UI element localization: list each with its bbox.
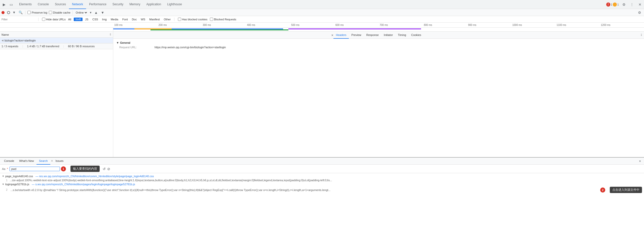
filter-all[interactable]: All — [67, 18, 73, 21]
disable-cache-label[interactable]: Disable cache — [49, 11, 70, 14]
tab-response[interactable]: Response — [364, 32, 381, 39]
summary-bar: 1 / 3 requests | 1.4 kB / 1.7 kB transfe… — [0, 43, 113, 49]
toolbar-sep-1 — [25, 11, 25, 15]
filter-css[interactable]: CSS — [91, 18, 100, 21]
tl-1200: 1200 ms — [600, 24, 644, 26]
inspect-icon[interactable]: ▶ — [1, 2, 7, 8]
request-row[interactable]: ◀ bizlogin?action=startlogin — [0, 38, 113, 43]
settings-icon[interactable]: ⚙ — [621, 2, 627, 8]
tab-performance[interactable]: Performance — [86, 0, 109, 9]
filter-other[interactable]: Other — [162, 18, 172, 21]
search-tab-close[interactable]: ✕ — [51, 159, 53, 163]
tab-memory[interactable]: Memory — [126, 0, 143, 9]
throttle-select[interactable]: Online — [75, 11, 88, 14]
tab-timing[interactable]: Timing — [395, 32, 409, 39]
import-icon[interactable]: ▲ — [94, 10, 99, 15]
tab-lighthouse[interactable]: Lighthouse — [164, 0, 185, 9]
network-settings-icon[interactable]: ⚙ — [636, 10, 642, 16]
warning-count-badge — [613, 3, 617, 7]
settings-right: ⚙ — [636, 10, 642, 16]
export-icon[interactable]: ▼ — [100, 10, 105, 15]
right-panel-scroll: ↧ — [640, 33, 642, 37]
error-count-badge: 2 — [606, 3, 610, 7]
result-file-1[interactable]: ▼ page_login4d6140.css — res.wx.qq.com/m… — [0, 174, 644, 178]
result-file-2[interactable]: ▼ loginpage52781b.js — s.wx.qq.com/mpres… — [0, 182, 644, 186]
left-panel: Name ⇕ ◀ bizlogin?action=startlogin 1 / … — [0, 32, 113, 157]
has-blocked-cookies-checkbox[interactable] — [178, 18, 181, 21]
tab-network[interactable]: Network — [69, 0, 86, 9]
filter-manifest[interactable]: Manifest — [148, 18, 161, 21]
search-annotation-1: 1 — [61, 166, 66, 171]
tab-console[interactable]: Console — [35, 0, 52, 9]
line-num-2: 2 — [6, 189, 8, 191]
filter-font[interactable]: Font — [121, 18, 129, 21]
filter-js[interactable]: JS — [84, 18, 90, 21]
filter-ws[interactable]: WS — [139, 18, 147, 21]
request-name-cell[interactable]: ◀ bizlogin?action=startlogin — [0, 39, 113, 42]
clear-button[interactable] — [7, 11, 10, 14]
disable-cache-checkbox[interactable] — [49, 11, 52, 14]
filter-media[interactable]: Media — [109, 18, 120, 21]
preserve-log-label[interactable]: Preserve log — [27, 11, 47, 14]
record-button[interactable] — [2, 11, 5, 14]
tab-security[interactable]: Security — [109, 0, 126, 9]
aa-label: Aa — [2, 167, 5, 170]
search-icon[interactable]: 🔍 — [18, 10, 23, 15]
tab-preview[interactable]: Preview — [349, 32, 364, 39]
name-column-header: Name ⇕ — [0, 33, 113, 36]
bottom-tab-whatsnew[interactable]: What's New — [17, 158, 36, 165]
right-panel-close[interactable]: × — [331, 33, 333, 37]
device-icon[interactable]: ▭ — [8, 2, 14, 8]
tab-cookies[interactable]: Cookies — [409, 32, 424, 39]
more-icon[interactable]: ⋮ — [629, 2, 635, 8]
tl-700: 700 ms — [379, 24, 423, 26]
filter-sep-1 — [38, 18, 39, 21]
sep-2: | — [63, 45, 64, 48]
preserve-log-checkbox[interactable] — [27, 11, 31, 14]
right-panel: × Headers Preview Response Initiator Tim… — [113, 32, 644, 157]
result-line-1[interactable]: 1 ...ize-adjust:100%;-webkit-text-size-a… — [0, 178, 644, 182]
panel-container: Name ⇕ ◀ bizlogin?action=startlogin 1 / … — [0, 32, 644, 157]
chart-bar-green — [150, 29, 288, 30]
name-header-label: Name — [2, 33, 9, 36]
chart-bars — [113, 28, 644, 31]
hide-data-urls-checkbox[interactable] — [42, 18, 45, 21]
bottom-panel-close[interactable]: × — [637, 159, 642, 164]
general-header[interactable]: ▼ General — [116, 40, 641, 45]
tab-initiator[interactable]: Initiator — [381, 32, 395, 39]
filter-doc[interactable]: Doc — [130, 18, 138, 21]
tab-application[interactable]: Application — [143, 0, 164, 9]
request-name-arrow: ◀ — [2, 39, 4, 42]
filter-input[interactable] — [2, 18, 36, 21]
warning-label: 1 — [611, 3, 612, 6]
cancel-search-button[interactable]: ⊘ — [107, 167, 110, 171]
tab-sources[interactable]: Sources — [52, 0, 69, 9]
asterisk-label: * — [7, 167, 8, 170]
bottom-tab-console[interactable]: Console — [2, 158, 17, 165]
result-line-2[interactable]: 2 ...s.be/startswith v0.2.0 by @mathias … — [0, 186, 644, 194]
tab-elements[interactable]: Elements — [16, 0, 35, 9]
line-content-1: ...ize-adjust:100%;-webkit-text-size-adj… — [10, 179, 332, 182]
filter-xhr[interactable]: XHR — [74, 18, 83, 21]
tab-headers[interactable]: Headers — [333, 32, 349, 39]
bottom-tab-search[interactable]: Search — [36, 158, 50, 165]
filter-icon[interactable]: ▼ — [12, 10, 17, 15]
network-list-header: Name ⇕ — [0, 32, 113, 38]
throttle-arrow: ▼ — [89, 11, 92, 14]
filter-img[interactable]: Img — [101, 18, 108, 21]
search-bar: Aa * 1 输入要查找的内容 ↺ ⊘ — [0, 165, 644, 173]
request-url-key: Request URL: — [119, 46, 155, 49]
search-input[interactable] — [10, 167, 60, 171]
refresh-search-button[interactable]: ↺ — [103, 167, 106, 171]
resize-handle[interactable]: ⇕ — [109, 33, 111, 36]
has-blocked-cookies-label[interactable]: Has blocked cookies — [178, 18, 207, 21]
request-url-row: Request URL: https://mp.weixin.qq.com/cg… — [116, 45, 641, 49]
sep-1: | — [22, 45, 23, 48]
blocked-requests-checkbox[interactable] — [210, 18, 213, 21]
hide-data-urls-label[interactable]: Hide data URLs — [42, 18, 66, 21]
blocked-requests-label[interactable]: Blocked Requests — [210, 18, 236, 21]
line-content-2: ...s.be/startswith v0.2.0 by @mathias */… — [11, 189, 599, 192]
bottom-tab-issues[interactable]: Issues — [53, 158, 66, 165]
close-devtools-icon[interactable]: ✕ — [637, 2, 643, 8]
tl-800: 800 ms — [423, 24, 467, 26]
